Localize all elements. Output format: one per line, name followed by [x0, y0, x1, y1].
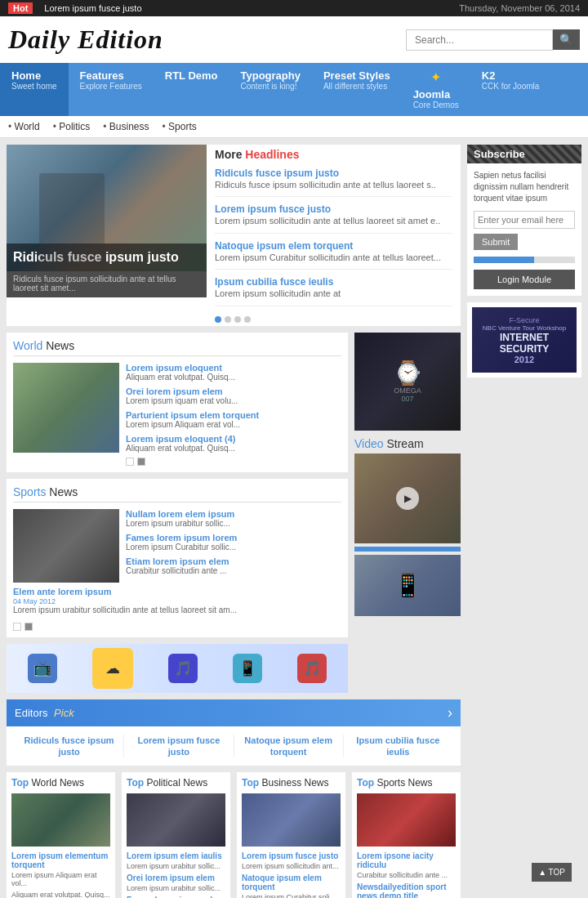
featured-image: Ridiculs fusce ipsum justo — [7, 145, 207, 271]
sports-featured-link[interactable]: Elem ante lorem ipsum — [13, 587, 111, 596]
world-dot-1[interactable] — [126, 458, 134, 466]
bottom-col-political-link-3[interactable]: Fames lorem ipsum elem — [127, 896, 225, 898]
world-video-row: World News Lorem ipsum eloquent Aliquam … — [7, 333, 461, 699]
progress-bar — [474, 257, 575, 263]
world-news-item-1: Lorem ipsum eloquent Aliquam erat volutp… — [126, 363, 341, 382]
sports-dot-2[interactable] — [24, 623, 33, 631]
bottom-col-business-title: Top Business News — [242, 777, 341, 789]
sports-image-wrap — [13, 509, 119, 583]
cat-tab-business[interactable]: Business — [103, 121, 149, 132]
dot-4[interactable] — [244, 316, 251, 323]
bottom-col-world: Top World News Lorem ipsum elementum tor… — [7, 772, 115, 898]
featured-title: Ridiculs fusce ipsum justo — [13, 250, 200, 265]
sports-news-link-1[interactable]: Nullam lorem elem ipsum — [126, 509, 341, 519]
sports-news-item-3: Etiam lorem ipsum elem Curabitur sollici… — [126, 556, 341, 575]
headline-text-3: Lorem ipsum Curabitur sollicitudin ante … — [215, 252, 452, 264]
sports-news-link-2[interactable]: Fames lorem ipsum lorem — [126, 533, 341, 543]
date-display: Thursday, November 06, 2014 — [459, 3, 580, 13]
sports-dot-1[interactable] — [13, 623, 21, 631]
dot-3[interactable] — [234, 316, 241, 323]
world-news-text-1: Aliquam erat volutpat. Quisq... — [126, 373, 341, 382]
bottom-col-world-link-1[interactable]: Lorem ipsum elementum torquent — [11, 851, 110, 869]
featured-inner: Ridiculs fusce ipsum justo Ridiculs fusc… — [7, 145, 461, 326]
main-navigation: Home Sweet home Features Explore Feature… — [0, 63, 588, 116]
editors-link-2[interactable]: Lorem ipsum fusce justo — [137, 735, 220, 757]
sports-news-item-2: Fames lorem ipsum lorem Lorem ipsum Cura… — [126, 533, 341, 552]
right-sidebar: Subscribe Sapien netus facilisi dignissi… — [467, 145, 581, 898]
bottom-col-world-text-1: Lorem ipsum Aliquam erat vol... — [11, 871, 110, 887]
video-progress — [354, 547, 461, 552]
bottom-col-political: Top Political News Lorem ipsum elem iaul… — [122, 772, 230, 898]
submit-button[interactable]: Submit — [474, 234, 518, 250]
cat-tab-sports[interactable]: Sports — [162, 121, 196, 132]
world-news-link-1[interactable]: Lorem ipsum eloquent — [126, 363, 341, 373]
sports-news-item-1: Nullam lorem elem ipsum Lorem ipsum urab… — [126, 509, 341, 528]
featured-section: Ridiculs fusce ipsum justo Ridiculs fusc… — [7, 145, 461, 326]
headline-item-3: Natoque ipsum elem torquent Lorem ipsum … — [215, 240, 452, 270]
bottom-col-political-text-1: Lorem ipsum urabitur sollic... — [127, 862, 225, 870]
sports-news-link-3[interactable]: Etiam lorem ipsum elem — [126, 556, 341, 566]
bottom-col-world-title: Top World News — [11, 777, 110, 789]
bottom-col-world-text-2: Aliquam erat volutpat. Quisq... — [11, 891, 110, 898]
sports-nav-dots — [13, 623, 341, 631]
world-news-link-4[interactable]: Lorem ipsum eloquent (4) — [126, 434, 341, 444]
world-news-text-2: Lorem ipsum iquam erat volu... — [126, 396, 341, 405]
bottom-col-business-text-1: Lorem ipsum sollicitudin ant... — [242, 862, 341, 870]
left-column: Ridiculs fusce ipsum justo Ridiculs fusc… — [7, 145, 461, 898]
headline-link-4[interactable]: Ipsum cubilia fusce ieulis — [215, 276, 452, 288]
subscribe-box: Subscribe Sapien netus facilisi dignissi… — [467, 145, 581, 296]
nav-item-typography[interactable]: Typography Content is king! — [229, 63, 312, 116]
search-button[interactable]: 🔍 — [553, 29, 580, 50]
search-input[interactable] — [406, 29, 553, 51]
video-placeholder[interactable]: ▶ — [354, 453, 461, 543]
nav-item-joomla[interactable]: ✦ Joomla Core Demos — [402, 63, 470, 116]
world-news-link-3[interactable]: Parturient ipsum elem torquent — [126, 410, 341, 420]
nav-item-preset[interactable]: Preset Styles All different styles — [312, 63, 402, 116]
featured-headlines: More Headlines Ridiculs fusce ipsum just… — [207, 145, 461, 326]
world-news-text-4: Aliquam erat volutpat. Quisq... — [126, 444, 341, 453]
editors-arrow[interactable]: › — [448, 704, 452, 722]
bottom-col-business-link-2[interactable]: Natoque ipsum elem torquent — [242, 873, 341, 891]
subscribe-text: Sapien netus facilisi dignissim nullam h… — [474, 170, 575, 204]
bottom-col-political-link-2[interactable]: Orei lorem ipsum elem — [127, 873, 225, 882]
headline-link-1[interactable]: Ridiculs fusce ipsum justo — [215, 168, 452, 179]
editors-item-4: Ipsum cubilia fusce ieulis — [344, 735, 452, 757]
bottom-col-sports-link-1[interactable]: Lorem ipsone iacity ridiculu — [357, 851, 456, 869]
bottom-col-sports-text-1: Curabitur sollicitudin ante ... — [357, 871, 456, 879]
right-media-column: ⌚ OMEGA 007 Video Stream ▶ — [354, 333, 461, 699]
world-news-link-2[interactable]: Orei lorem ipsum elem — [126, 386, 341, 396]
editors-link-3[interactable]: Natoque ipsum elem torquent — [244, 735, 332, 757]
tablet-image: 📱 — [354, 555, 461, 616]
nav-item-k2[interactable]: K2 CCK for Joomla — [470, 63, 551, 116]
cat-tab-politics[interactable]: Politics — [53, 121, 91, 132]
nav-item-rtl[interactable]: RTL Demo — [154, 63, 229, 116]
nav-item-home[interactable]: Home Sweet home — [0, 63, 69, 116]
sidebar-ad[interactable]: F-Secure NBC Venture Tour Workshop INTER… — [467, 302, 581, 378]
bottom-col-political-link-1[interactable]: Lorem ipsum elem iaulis — [127, 851, 225, 860]
site-logo[interactable]: Daily Edition — [8, 25, 163, 55]
subscribe-header: Subscribe — [467, 145, 581, 163]
headline-link-3[interactable]: Natoque ipsum elem torquent — [215, 240, 452, 252]
top-bar: Hot Lorem ipsum fusce justo Thursday, No… — [0, 0, 588, 16]
login-module-button[interactable]: Login Module — [474, 270, 575, 289]
cat-tab-world[interactable]: World — [8, 121, 40, 132]
dot-2[interactable] — [225, 316, 231, 323]
headline-dots — [215, 313, 452, 326]
bottom-col-business-link-1[interactable]: Lorem ipsum fusce justo — [242, 851, 341, 860]
bottom-col-sports-link-2[interactable]: Newsdailyedition sport news demo title — [357, 882, 456, 898]
sports-news-text-2: Lorem ipsum Curabitur sollic... — [126, 543, 341, 552]
nav-item-features[interactable]: Features Explore Features — [69, 63, 154, 116]
ad-banner[interactable]: 📺 ☁ 🎵 📱 🎵 — [7, 644, 348, 693]
editors-link-4[interactable]: Ipsum cubilia fusce ieulis — [356, 735, 439, 757]
back-to-top-button[interactable]: ▲ TOP — [532, 863, 572, 882]
sidebar-ad-brand: INTERNET SECURITY — [475, 332, 573, 355]
dot-1[interactable] — [215, 316, 221, 323]
world-dot-2[interactable] — [137, 458, 145, 466]
video-section: Video Stream ▶ 📱 — [354, 437, 461, 616]
headline-link-2[interactable]: Lorem ipsum fusce justo — [215, 203, 452, 215]
email-input[interactable] — [474, 211, 575, 229]
play-button[interactable]: ▶ — [396, 487, 419, 510]
sports-news-inner: Nullam lorem elem ipsum Lorem ipsum urab… — [13, 509, 341, 583]
main-container: Ridiculs fusce ipsum justo Ridiculs fusc… — [0, 138, 588, 898]
editors-link-1[interactable]: Ridiculs fusce ipsum justo — [24, 735, 114, 757]
